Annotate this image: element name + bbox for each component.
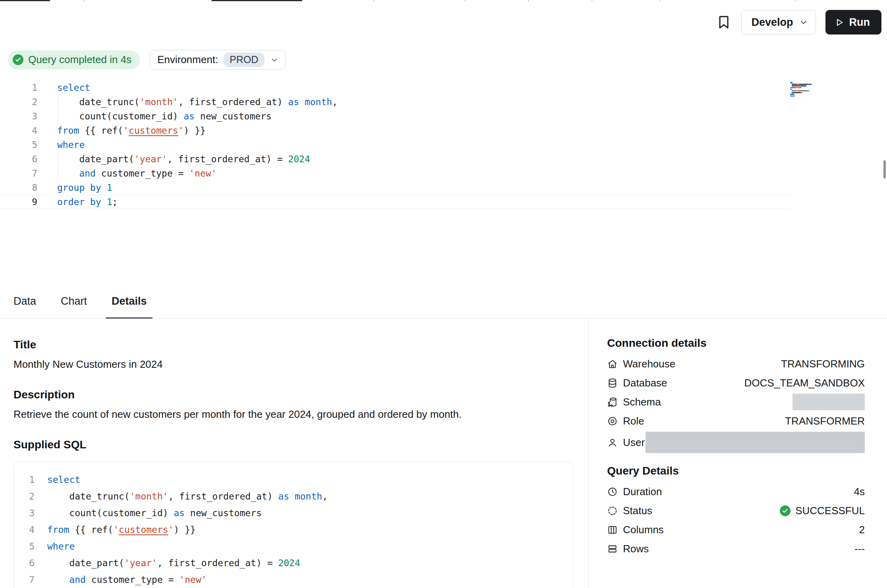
detail-value — [793, 394, 865, 410]
detail-label: Role — [623, 415, 644, 427]
detail-row-database: DatabaseDOCS_TEAM_SANDBOX — [607, 373, 865, 392]
top-toolbar: Develop Run — [0, 0, 887, 44]
code-text: and customer_type = 'new' — [37, 166, 217, 181]
rows-icon — [607, 544, 618, 554]
detail-row-duration: Duration4s — [607, 482, 865, 501]
app-root: Develop Run Query completed in 4s Enviro… — [0, 0, 887, 588]
code-text: date_trunc('month', first_ordered_at) as… — [35, 488, 328, 505]
code-text: order by 1; — [37, 195, 118, 209]
detail-value: 2 — [859, 524, 865, 536]
line-number: 3 — [0, 109, 37, 123]
description-heading: Description — [13, 388, 573, 401]
supplied-sql-heading: Supplied SQL — [13, 438, 573, 451]
editor-minimap[interactable] — [790, 82, 831, 97]
query-status-bar: Query completed in 4s Environment: PROD — [0, 50, 887, 69]
code-text: date_part('year', first_ordered_at) = 20… — [35, 555, 300, 571]
line-number: 1 — [0, 81, 37, 95]
results-tabbar: DataChartDetails — [0, 285, 887, 319]
title-heading: Title — [13, 338, 573, 351]
line-number: 9 — [0, 195, 37, 209]
details-right-column: Connection details WarehouseTRANSFORMING… — [588, 319, 887, 588]
code-text: where — [35, 538, 75, 555]
detail-value: SUCCESSFUL — [780, 505, 865, 517]
chevron-down-icon — [270, 56, 279, 64]
detail-value: TRANSFORMER — [785, 415, 865, 427]
supplied-sql-card: 1select2 date_trunc('month', first_order… — [13, 461, 573, 588]
detail-row-schema: Schema — [607, 392, 865, 411]
chevron-down-icon — [799, 17, 808, 27]
code-text: from {{ ref('customers') }} — [35, 521, 196, 538]
query-status-badge: Query completed in 4s — [8, 50, 140, 69]
code-line-6: 6 date_part('year', first_ordered_at) = … — [0, 152, 790, 166]
run-button[interactable]: Run — [825, 10, 881, 35]
line-number: 1 — [14, 471, 35, 488]
code-line-4: 4from {{ ref('customers') }} — [14, 521, 573, 538]
query-details-rows: Duration4sStatusSUCCESSFULColumns2Rows--… — [607, 482, 865, 558]
code-line-6: 6 date_part('year', first_ordered_at) = … — [14, 555, 573, 571]
play-icon — [834, 17, 845, 28]
line-number: 8 — [0, 181, 37, 195]
code-text: group by 1 — [37, 181, 112, 195]
line-number: 4 — [14, 521, 35, 538]
line-number: 7 — [0, 166, 37, 181]
query-status-text: Query completed in 4s — [28, 54, 131, 66]
line-number: 2 — [0, 95, 37, 109]
detail-label: Warehouse — [623, 358, 675, 370]
code-line-4: 4from {{ ref('customers') }} — [0, 123, 790, 138]
code-line-2: 2 date_trunc('month', first_ordered_at) … — [0, 95, 790, 109]
line-number: 2 — [14, 488, 35, 505]
detail-value: 4s — [854, 486, 865, 498]
indent-guide — [58, 152, 58, 181]
check-circle-icon — [13, 54, 23, 65]
sql-editor-code: 1select2 date_trunc('month', first_order… — [0, 81, 887, 209]
detail-value — [646, 432, 865, 453]
code-line-1: 1select — [14, 471, 573, 488]
tab-chart[interactable]: Chart — [55, 285, 93, 319]
code-text: date_part('year', first_ordered_at) = 20… — [37, 152, 310, 166]
code-line-3: 3 count(customer_id) as new_customers — [0, 109, 790, 123]
detail-label: Duration — [623, 486, 662, 498]
detail-label: Status — [623, 505, 652, 517]
code-line-1: 1select — [0, 81, 790, 95]
detail-row-rows: Rows--- — [607, 539, 865, 558]
detail-label: Rows — [623, 543, 649, 555]
develop-button[interactable]: Develop — [741, 10, 816, 35]
user-icon — [607, 437, 618, 448]
indent-guide — [58, 95, 58, 123]
code-text: where — [37, 138, 85, 152]
line-number: 3 — [14, 505, 35, 521]
detail-row-user: User — [607, 430, 865, 454]
page-scrollbar-thumb[interactable] — [883, 160, 886, 179]
detail-label: Database — [623, 377, 667, 389]
line-number: 4 — [0, 123, 37, 138]
line-number: 6 — [0, 152, 37, 166]
code-line-7: 7 and customer_type = 'new' — [14, 571, 573, 588]
columns-icon — [607, 525, 618, 535]
database-icon — [607, 378, 618, 388]
detail-value: TRANSFORMING — [781, 358, 865, 370]
run-button-label: Run — [849, 16, 870, 29]
code-line-9: 9order by 1; — [0, 195, 790, 209]
tab-data[interactable]: Data — [8, 285, 42, 319]
duration-icon — [607, 486, 618, 497]
code-text: from {{ ref('customers') }} — [37, 123, 206, 138]
environment-value-badge: PROD — [224, 52, 264, 67]
environment-label: Environment: — [157, 54, 218, 66]
detail-value: --- — [854, 543, 865, 555]
warehouse-icon — [607, 359, 618, 369]
details-left-column: Title Monthly New Customers in 2024 Desc… — [0, 319, 588, 588]
code-text: select — [37, 81, 90, 95]
bookmark-icon[interactable] — [716, 14, 732, 30]
title-value: Monthly New Customers in 2024 — [13, 357, 573, 371]
tab-details[interactable]: Details — [106, 285, 152, 319]
role-icon — [607, 416, 618, 427]
line-number: 5 — [14, 538, 35, 555]
sql-editor[interactable]: 1select2 date_trunc('month', first_order… — [0, 81, 887, 209]
line-number: 5 — [0, 138, 37, 152]
redacted-value — [793, 394, 865, 410]
detail-label: Columns — [623, 524, 664, 536]
detail-row-status: StatusSUCCESSFUL — [607, 501, 865, 520]
environment-select[interactable]: Environment: PROD — [150, 50, 285, 69]
detail-row-warehouse: WarehouseTRANSFORMING — [607, 354, 865, 373]
line-number: 6 — [14, 555, 35, 571]
